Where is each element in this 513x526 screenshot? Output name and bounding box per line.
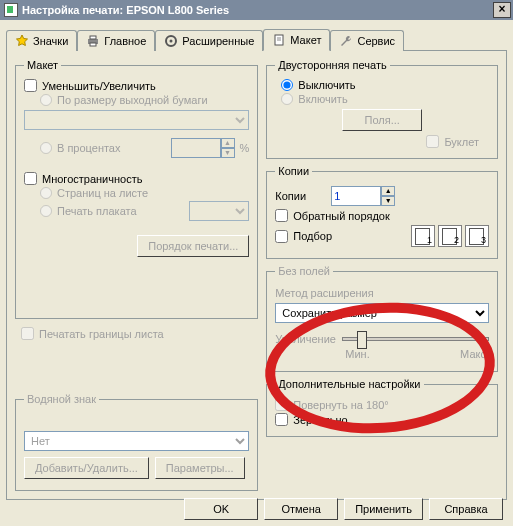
extra-group: Дополнительные настройки Повернуть на 18… bbox=[266, 378, 498, 437]
duplex-legend: Двусторонняя печать bbox=[275, 59, 389, 71]
window-title: Настройка печати: EPSON L800 Series bbox=[22, 4, 493, 16]
booklet-label: Буклет bbox=[444, 136, 479, 148]
apply-button[interactable]: Применить bbox=[344, 498, 423, 520]
margins-button: Поля... bbox=[342, 109, 422, 131]
app-icon bbox=[4, 3, 18, 17]
help-button[interactable]: Справка bbox=[429, 498, 503, 520]
collate-label: Подбор bbox=[293, 230, 332, 242]
print-borders-label: Печатать границы листа bbox=[39, 328, 164, 340]
copies-legend: Копии bbox=[275, 165, 312, 177]
method-select[interactable]: Сохранить размер bbox=[275, 303, 489, 323]
poster-label: Печать плаката bbox=[57, 205, 137, 217]
svg-rect-2 bbox=[90, 43, 96, 46]
tab-panel: Макет Уменьшить/Увеличить По размеру вых… bbox=[6, 50, 507, 500]
tab-layout[interactable]: Макет bbox=[263, 29, 330, 51]
gear-icon bbox=[164, 34, 178, 48]
tab-layout-label: Макет bbox=[290, 34, 321, 46]
fit-output-radio bbox=[40, 94, 52, 106]
multipage-checkbox[interactable] bbox=[24, 172, 37, 185]
percent-unit: % bbox=[240, 142, 250, 154]
collate-checkbox[interactable] bbox=[275, 230, 288, 243]
duplex-group: Двусторонняя печать Выключить Включить П… bbox=[266, 59, 498, 159]
cancel-button[interactable]: Отмена bbox=[264, 498, 338, 520]
duplex-on-label: Включить bbox=[298, 93, 347, 105]
tab-main-label: Главное bbox=[104, 35, 146, 47]
layout-legend: Макет bbox=[24, 59, 61, 71]
duplex-off-radio[interactable] bbox=[281, 79, 293, 91]
enlarge-label: Увеличение bbox=[275, 333, 336, 345]
tab-icons[interactable]: Значки bbox=[6, 30, 77, 51]
star-icon bbox=[15, 34, 29, 48]
poster-radio bbox=[40, 205, 52, 217]
pages-per-sheet-label: Страниц на листе bbox=[57, 187, 148, 199]
svg-rect-1 bbox=[90, 36, 96, 39]
watermark-params-button: Параметры... bbox=[155, 457, 245, 479]
page-icon bbox=[272, 33, 286, 47]
print-borders-checkbox bbox=[21, 327, 34, 340]
close-button[interactable]: × bbox=[493, 2, 511, 18]
tab-advanced-label: Расширенные bbox=[182, 35, 254, 47]
reduce-enlarge-label: Уменьшить/Увеличить bbox=[42, 80, 156, 92]
watermark-add-button: Добавить/Удалить... bbox=[24, 457, 149, 479]
printer-icon bbox=[86, 34, 100, 48]
mirror-label: Зеркально bbox=[293, 414, 347, 426]
extra-legend: Дополнительные настройки bbox=[275, 378, 423, 390]
watermark-group: Водяной знак Нет Добавить/Удалить... Пар… bbox=[15, 393, 258, 491]
reverse-order-label: Обратный порядок bbox=[293, 210, 389, 222]
copies-group: Копии Копии ▲▼ Обратный порядок Подбор 1… bbox=[266, 165, 498, 259]
method-label: Метод расширения bbox=[275, 287, 489, 299]
multipage-label: Многостраничность bbox=[42, 173, 142, 185]
svg-point-4 bbox=[170, 40, 173, 43]
wrench-icon bbox=[339, 34, 353, 48]
layout-group: Макет Уменьшить/Увеличить По размеру вых… bbox=[15, 59, 258, 319]
borderless-group: Без полей Метод расширения Сохранить раз… bbox=[266, 265, 498, 372]
fit-output-label: По размеру выходной бумаги bbox=[57, 94, 208, 106]
print-order-button: Порядок печати... bbox=[137, 235, 249, 257]
collate-icons: 1 2 3 bbox=[411, 225, 489, 247]
titlebar: Настройка печати: EPSON L800 Series × bbox=[0, 0, 513, 20]
pages-per-sheet-radio bbox=[40, 187, 52, 199]
ok-button[interactable]: OK bbox=[184, 498, 258, 520]
slider-max: Макс. bbox=[460, 348, 489, 360]
mirror-checkbox[interactable] bbox=[275, 413, 288, 426]
tab-strip: Значки Главное Расширенные Макет Сервис bbox=[6, 26, 507, 50]
poster-select bbox=[189, 201, 249, 221]
tab-icons-label: Значки bbox=[33, 35, 68, 47]
copies-input[interactable] bbox=[331, 186, 381, 206]
tab-service[interactable]: Сервис bbox=[330, 30, 404, 51]
tab-main[interactable]: Главное bbox=[77, 30, 155, 51]
copies-spinner[interactable]: ▲▼ bbox=[381, 186, 395, 206]
output-paper-select bbox=[24, 110, 249, 130]
tab-service-label: Сервис bbox=[357, 35, 395, 47]
tab-advanced[interactable]: Расширенные bbox=[155, 30, 263, 51]
reduce-enlarge-checkbox[interactable] bbox=[24, 79, 37, 92]
percent-input bbox=[171, 138, 221, 158]
duplex-off-label: Выключить bbox=[298, 79, 355, 91]
percent-label: В процентах bbox=[57, 142, 121, 154]
reverse-order-checkbox[interactable] bbox=[275, 209, 288, 222]
rotate180-label: Повернуть на 180° bbox=[293, 399, 388, 411]
rotate180-checkbox bbox=[275, 398, 288, 411]
enlarge-slider bbox=[342, 337, 489, 341]
watermark-select[interactable]: Нет bbox=[24, 431, 249, 451]
watermark-legend: Водяной знак bbox=[24, 393, 99, 405]
percent-radio bbox=[40, 142, 52, 154]
duplex-on-radio bbox=[281, 93, 293, 105]
copies-label: Копии bbox=[275, 190, 325, 202]
dialog-buttons: OK Отмена Применить Справка bbox=[184, 498, 503, 520]
borderless-legend: Без полей bbox=[275, 265, 333, 277]
slider-min: Мин. bbox=[345, 348, 369, 360]
percent-spinner: ▲▼ bbox=[221, 138, 235, 158]
booklet-checkbox bbox=[426, 135, 439, 148]
